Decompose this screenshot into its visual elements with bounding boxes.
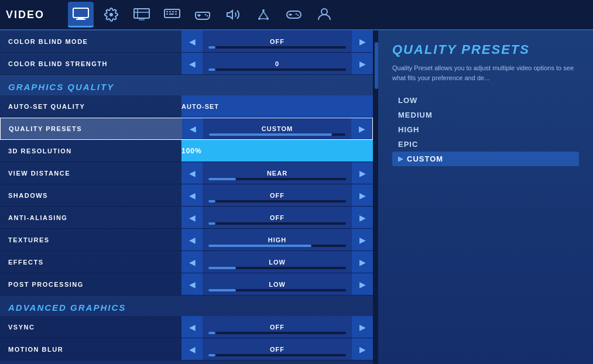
arrow-right-btn[interactable]: ▶ [352, 207, 373, 228]
preset-option-epic[interactable]: EPIC [392, 137, 579, 152]
preset-label: LOW [398, 96, 417, 105]
preset-active-arrow: ▶ [398, 155, 403, 163]
value-bar [208, 332, 346, 334]
arrow-right-btn[interactable]: ▶ [352, 316, 373, 338]
setting-label: POST PROCESSING [0, 281, 181, 288]
arrow-left-btn[interactable]: ◀ [181, 273, 203, 295]
svg-rect-0 [73, 8, 88, 18]
keyboard-nav-icon[interactable] [159, 2, 185, 28]
sound-nav-icon[interactable] [220, 2, 246, 28]
arrow-right-btn[interactable]: ▶ [352, 251, 373, 273]
setting-row-view-distance[interactable]: VIEW DISTANCE◀NEAR▶ [0, 162, 373, 184]
setting-row-color-blind-strength[interactable]: COLOR BLIND STRENGTH◀0▶ [0, 53, 373, 75]
svg-rect-16 [197, 15, 201, 16]
preset-label: MEDIUM [398, 111, 433, 119]
setting-row-post-processing[interactable]: POST PROCESSING◀LOW▶ [0, 273, 373, 296]
value-bar [208, 354, 346, 356]
svg-rect-1 [78, 18, 84, 19]
arrow-left-btn[interactable]: ◀ [181, 30, 203, 52]
preset-option-medium[interactable]: MEDIUM [392, 108, 579, 122]
arrow-left-btn[interactable]: ◀ [181, 316, 203, 338]
setting-label: SHADOWS [0, 192, 181, 199]
arrow-right-btn[interactable]: ▶ [352, 229, 373, 250]
arrow-left-btn[interactable]: ◀ [181, 207, 203, 228]
value-bar-fill [208, 68, 215, 71]
scrollbar-track[interactable] [375, 30, 378, 364]
value-bar-fill [208, 222, 215, 225]
arrow-left-btn[interactable]: ◀ [181, 53, 203, 74]
setting-value: HIGH [268, 236, 287, 243]
setting-value: CUSTOM [262, 125, 293, 132]
arrow-right-btn[interactable]: ▶ [352, 273, 373, 295]
arrow-right-btn[interactable]: ▶ [352, 30, 373, 52]
setting-row-motion-blur[interactable]: MOTION BLUR◀OFF▶ [0, 338, 373, 360]
preset-option-low[interactable]: LOW [392, 93, 579, 108]
network-nav-icon[interactable] [251, 2, 276, 28]
preset-label: EPIC [398, 140, 418, 149]
quality-presets-title: QUALITY PRESETS [392, 42, 579, 57]
setting-value: OFF [270, 38, 284, 45]
display2-nav-icon[interactable] [129, 2, 155, 28]
svg-rect-3 [134, 9, 149, 18]
preset-list: LOWMEDIUMHIGHEPIC▶CUSTOM [392, 93, 579, 166]
svg-rect-11 [175, 11, 177, 12]
value-bar [208, 68, 346, 71]
setting-value: NEAR [267, 170, 287, 177]
arrow-left-btn[interactable]: ◀ [181, 338, 203, 360]
setting-label: TEXTURES [0, 236, 181, 243]
arrow-right-btn[interactable]: ▶ [351, 118, 372, 139]
setting-row-3d-resolution[interactable]: 3D RESOLUTION100% [0, 140, 373, 162]
value-bar-fill [209, 133, 332, 136]
setting-row-quality-presets[interactable]: QUALITY PRESETS◀CUSTOM▶ [0, 118, 373, 140]
setting-row-vsync[interactable]: VSYNC◀OFF▶ [0, 316, 373, 338]
arrow-right-btn[interactable]: ▶ [352, 53, 373, 74]
setting-value: OFF [270, 214, 284, 221]
setting-value: 0 [275, 60, 279, 67]
svg-rect-2 [76, 19, 85, 20]
monitor-nav-icon[interactable] [68, 2, 94, 28]
arrow-right-btn[interactable]: ▶ [352, 162, 373, 184]
controller-nav-icon[interactable] [190, 2, 215, 28]
svg-point-17 [205, 14, 206, 15]
gamepad-nav-icon[interactable] [281, 2, 307, 28]
arrow-left-btn[interactable]: ◀ [181, 251, 203, 273]
svg-line-23 [259, 12, 263, 18]
setting-label: QUALITY PRESETS [1, 125, 182, 132]
preset-option-high[interactable]: HIGH [392, 122, 579, 137]
arrow-right-btn[interactable]: ▶ [352, 338, 373, 360]
user-nav-icon[interactable] [311, 2, 337, 28]
arrow-left-btn[interactable]: ◀ [181, 162, 203, 184]
preset-option-custom[interactable]: ▶CUSTOM [392, 152, 579, 166]
page-title: VIDEO [6, 9, 44, 21]
setting-row-anti-aliasing[interactable]: ANTI-ALIASING◀OFF▶ [0, 207, 373, 229]
value-box: OFF [203, 207, 352, 228]
gear-nav-icon[interactable] [98, 2, 124, 28]
setting-label: 3D RESOLUTION [0, 147, 181, 154]
quality-presets-description: Quality Preset allows you to adjust mult… [392, 63, 579, 83]
value-bar-fill [208, 267, 236, 269]
svg-rect-9 [169, 11, 171, 12]
setting-row-textures[interactable]: TEXTURES◀HIGH▶ [0, 229, 373, 251]
svg-point-29 [296, 13, 297, 15]
arrow-left-btn[interactable]: ◀ [182, 118, 203, 139]
scrollbar-thumb[interactable] [375, 42, 378, 89]
setting-row-color-blind-mode[interactable]: COLOR BLIND MODE◀OFF▶ [0, 30, 373, 53]
value-box: OFF [203, 338, 352, 360]
value-bar-fill [208, 354, 215, 356]
arrow-right-btn[interactable]: ▶ [352, 184, 373, 206]
setting-row-effects[interactable]: EFFECTS◀LOW▶ [0, 251, 373, 273]
value-bar [208, 200, 346, 202]
setting-row-shadows[interactable]: SHADOWS◀OFF▶ [0, 184, 373, 207]
svg-point-18 [207, 15, 208, 16]
svg-rect-10 [172, 11, 174, 12]
right-panel: QUALITY PRESETS Quality Preset allows yo… [378, 30, 593, 364]
setting-label: VSYNC [0, 324, 181, 331]
value-bar-fill [208, 245, 311, 247]
section-header-advanced-graphics: ADVANCED GRAPHICS [0, 296, 373, 316]
setting-label: COLOR BLIND MODE [0, 38, 181, 45]
value-box: CUSTOM [203, 118, 351, 139]
value-bar-fill [208, 46, 215, 49]
arrow-left-btn[interactable]: ◀ [181, 184, 203, 206]
setting-row-auto-set-quality[interactable]: AUTO-SET QUALITYAUTO-SET [0, 95, 373, 118]
arrow-left-btn[interactable]: ◀ [181, 229, 203, 250]
